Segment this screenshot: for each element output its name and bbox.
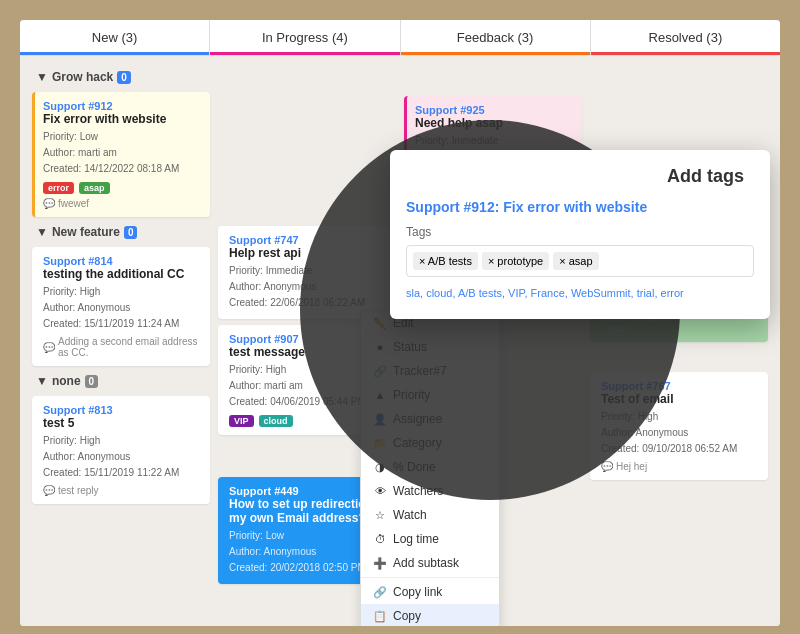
comment-icon-813: 💬 bbox=[43, 485, 55, 496]
add-tags-issue: Support #912: Fix error with website bbox=[406, 199, 754, 215]
tag-chip-prototype-label: × prototype bbox=[488, 255, 543, 267]
tag-chip-asap[interactable]: × asap bbox=[553, 252, 598, 270]
chevron-down-icon-2: ▼ bbox=[36, 225, 48, 239]
copy-link-icon: 🔗 bbox=[373, 586, 387, 599]
tabs-bar: New (3) In Progress (4) Feedback (3) Res… bbox=[20, 20, 780, 56]
tab-feedback[interactable]: Feedback (3) bbox=[401, 20, 591, 55]
menu-watch[interactable]: ☆ Watch bbox=[361, 503, 499, 527]
menu-log-time[interactable]: ⏱ Log time bbox=[361, 527, 499, 551]
comment-icon-814: 💬 bbox=[43, 342, 55, 353]
card-814-meta: Priority: HighAuthor: AnonymousCreated: … bbox=[43, 284, 202, 332]
card-813-meta: Priority: HighAuthor: AnonymousCreated: … bbox=[43, 433, 202, 481]
card-814-id: Support #814 bbox=[43, 255, 202, 267]
tag-chip-abtests[interactable]: × A/B tests bbox=[413, 252, 478, 270]
chevron-down-icon: ▼ bbox=[36, 70, 48, 84]
card-813-comment: 💬 test reply bbox=[43, 485, 202, 496]
group-header-grow-hack: ▼ Grow hack 0 bbox=[32, 68, 210, 86]
tag-chip-abtests-label: × A/B tests bbox=[419, 255, 472, 267]
group-label-none: none bbox=[52, 374, 81, 388]
menu-copy[interactable]: 📋 Copy bbox=[361, 604, 499, 626]
card-912[interactable]: Support #912 Fix error with website Prio… bbox=[32, 92, 210, 217]
watch-icon: ☆ bbox=[373, 509, 387, 522]
add-subtask-icon: ➕ bbox=[373, 557, 387, 570]
card-813-title: test 5 bbox=[43, 416, 202, 430]
card-912-title: Fix error with website bbox=[43, 112, 202, 126]
card-813[interactable]: Support #813 test 5 Priority: HighAuthor… bbox=[32, 396, 210, 504]
chevron-down-icon-3: ▼ bbox=[36, 374, 48, 388]
card-912-meta: Priority: LowAuthor: marti amCreated: 14… bbox=[43, 129, 202, 177]
tag-chip-asap-label: × asap bbox=[559, 255, 592, 267]
tag-cloud: cloud bbox=[259, 415, 293, 427]
tag-vip: VIP bbox=[229, 415, 254, 427]
tab-in-progress[interactable]: In Progress (4) bbox=[210, 20, 400, 55]
menu-divider-1 bbox=[361, 577, 499, 578]
watchers-icon: 👁 bbox=[373, 485, 387, 497]
comment-icon: 💬 bbox=[43, 198, 55, 209]
card-925-id: Support #925 bbox=[415, 104, 574, 116]
add-tags-title: Add tags bbox=[406, 166, 754, 187]
card-767-comment: 💬 Hej hej bbox=[601, 461, 760, 472]
group-badge-grow-hack: 0 bbox=[117, 71, 131, 84]
menu-copy-link[interactable]: 🔗 Copy link bbox=[361, 580, 499, 604]
log-time-icon: ⏱ bbox=[373, 533, 387, 545]
group-header-none: ▼ none 0 bbox=[32, 372, 210, 390]
card-912-comment: 💬 fwewef bbox=[43, 198, 202, 209]
tag-error: error bbox=[43, 182, 74, 194]
main-container: New (3) In Progress (4) Feedback (3) Res… bbox=[20, 20, 780, 626]
tag-chip-prototype[interactable]: × prototype bbox=[482, 252, 549, 270]
group-badge-new-feature: 0 bbox=[124, 226, 138, 239]
tags-label: Tags bbox=[406, 225, 754, 239]
card-912-id: Support #912 bbox=[43, 100, 202, 112]
group-label-grow-hack: Grow hack bbox=[52, 70, 113, 84]
tag-asap: asap bbox=[79, 182, 110, 194]
copy-icon: 📋 bbox=[373, 610, 387, 623]
tab-new[interactable]: New (3) bbox=[20, 20, 210, 55]
tag-suggestions: sla, cloud, A/B tests, VIP, France, WebS… bbox=[406, 285, 754, 303]
tags-current[interactable]: × A/B tests × prototype × asap bbox=[406, 245, 754, 277]
menu-add-subtask[interactable]: ➕ Add subtask bbox=[361, 551, 499, 575]
tab-resolved[interactable]: Resolved (3) bbox=[591, 20, 780, 55]
card-814[interactable]: Support #814 testing the additional CC P… bbox=[32, 247, 210, 366]
column-new: ▼ Grow hack 0 Support #912 Fix error wit… bbox=[28, 64, 214, 618]
card-814-title: testing the additional CC bbox=[43, 267, 202, 281]
card-813-id: Support #813 bbox=[43, 404, 202, 416]
add-tags-panel: Add tags Support #912: Fix error with we… bbox=[390, 150, 770, 319]
group-label-new-feature: New feature bbox=[52, 225, 120, 239]
card-814-comment: 💬 Adding a second email address as CC. bbox=[43, 336, 202, 358]
group-badge-none: 0 bbox=[85, 375, 99, 388]
group-header-new-feature: ▼ New feature 0 bbox=[32, 223, 210, 241]
